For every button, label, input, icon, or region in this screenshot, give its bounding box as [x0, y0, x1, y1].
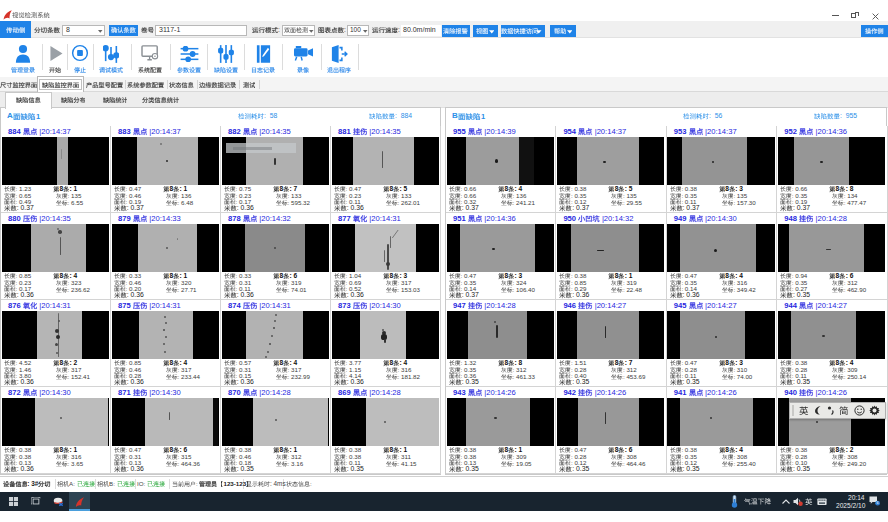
svg-text:6: 6	[877, 501, 879, 505]
